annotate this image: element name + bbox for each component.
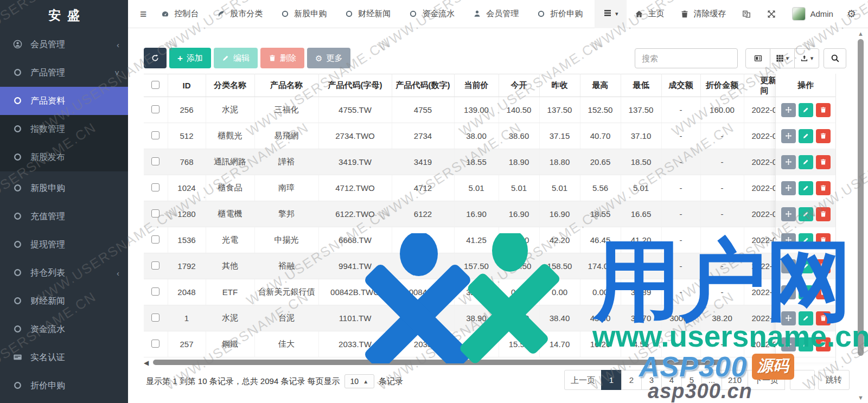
table-row[interactable]: 257鋼鐵佳大2033.TW203315.5015.5014.7016.204.… [144, 331, 793, 357]
move-row-button[interactable] [781, 259, 796, 273]
search-input[interactable] [635, 48, 738, 68]
page-jump-input[interactable] [790, 370, 815, 390]
page-button-210[interactable]: 210 [722, 370, 748, 390]
delete-row-button[interactable] [816, 103, 831, 117]
row-checkbox[interactable] [151, 183, 159, 191]
page-button-...[interactable]: ... [701, 370, 722, 390]
edit-row-button[interactable] [799, 207, 813, 221]
horizontal-scroll-thumb[interactable] [153, 360, 720, 365]
sidebar-item-2[interactable]: 产品管理˅ [0, 59, 128, 87]
delete-row-button[interactable] [816, 259, 831, 273]
nav-item-2[interactable]: 股市分类 [217, 9, 263, 19]
sidebar-item-9[interactable]: 持仓列表‹ [0, 259, 128, 287]
hamburger-menu-icon[interactable]: ≡ [140, 8, 146, 21]
delete-button[interactable]: 删除 [260, 48, 304, 68]
table-row[interactable]: 768通訊網路譁裕3419.TW341918.5518.9018.8020.65… [144, 149, 793, 175]
nav-item-1[interactable]: 控制台 [161, 9, 199, 19]
move-row-button[interactable] [781, 311, 796, 325]
move-row-button[interactable] [781, 337, 796, 351]
columns-button[interactable]: ▾ [770, 48, 795, 68]
delete-row-button[interactable] [816, 311, 831, 325]
page-button-1[interactable]: 1 [601, 370, 622, 390]
scroll-up-arrow[interactable]: ▲ [858, 30, 864, 37]
more-button[interactable]: ⚙ 更多 [307, 48, 350, 68]
settings-gear-icon[interactable]: ⚙ [847, 8, 856, 20]
nav-item-7[interactable]: 折价申购 [537, 9, 583, 19]
sidebar-item-11[interactable]: 资金流水 [0, 315, 128, 343]
row-checkbox[interactable] [151, 209, 159, 218]
edit-row-button[interactable] [799, 181, 813, 195]
delete-row-button[interactable] [816, 285, 831, 299]
row-checkbox[interactable] [151, 340, 159, 348]
user-menu[interactable]: Admin [792, 7, 833, 21]
move-row-button[interactable] [781, 103, 796, 117]
nav-item-5[interactable]: 资金流水 [409, 9, 455, 19]
scroll-left-arrow[interactable]: ◀ [144, 359, 149, 367]
delete-row-button[interactable] [816, 181, 831, 195]
nav-item-3[interactable]: 新股申购 [281, 9, 327, 19]
edit-row-button[interactable] [799, 129, 813, 143]
clear-cache-button[interactable]: 清除缓存 [680, 9, 726, 19]
page-button-上一页[interactable]: 上一页 [564, 370, 602, 390]
search-button[interactable] [824, 48, 846, 68]
page-size-select[interactable]: 10 ▲ [344, 374, 374, 388]
sidebar-item-10[interactable]: 财经新闻 [0, 287, 128, 315]
sidebar-item-1[interactable]: 会员管理‹ [0, 30, 128, 59]
row-checkbox[interactable] [151, 131, 159, 139]
vertical-scroll-thumb[interactable] [858, 39, 864, 356]
sidebar-item-6[interactable]: 新股申购 [0, 174, 128, 202]
edit-row-button[interactable] [799, 233, 813, 247]
refresh-button[interactable] [144, 48, 167, 68]
sidebar-item-3[interactable]: 产品资料 [0, 87, 128, 115]
move-row-button[interactable] [781, 129, 796, 143]
edit-button[interactable]: 编辑 [214, 48, 258, 68]
table-row[interactable]: 2048ETF台新美元銀行債00842B.TWO00842B32.950.000… [144, 279, 793, 305]
detail-view-button[interactable] [745, 48, 770, 68]
nav-item-6[interactable]: 会员管理 [473, 9, 519, 19]
delete-row-button[interactable] [816, 207, 831, 221]
row-checkbox[interactable] [151, 314, 159, 322]
table-row[interactable]: 1536光電中揚光6668.TW666841.2542.4042.2046.45… [144, 227, 793, 253]
page-button-4[interactable]: 4 [661, 370, 682, 390]
table-row[interactable]: 1280櫃電機擎邦6122.TWO612216.9016.9016.9018.5… [144, 201, 793, 227]
sidebar-item-13[interactable]: 折价申购 [0, 372, 128, 400]
sidebar-item-7[interactable]: 充值管理 [0, 202, 128, 231]
table-row[interactable]: 1792其他裕融9941.TW9941157.50153.50158.50174… [144, 253, 793, 279]
page-jump-button[interactable]: 跳转 [818, 370, 850, 390]
delete-row-button[interactable] [816, 129, 831, 143]
table-row[interactable]: 1水泥台泥1101.TW110138.9039.0038.4043.5038.7… [144, 305, 793, 331]
edit-row-button[interactable] [799, 337, 813, 351]
move-row-button[interactable] [781, 181, 796, 195]
row-checkbox[interactable] [151, 235, 159, 244]
home-button[interactable]: 主页 [635, 9, 664, 19]
edit-row-button[interactable] [799, 259, 813, 273]
delete-row-button[interactable] [816, 337, 831, 351]
add-button[interactable]: + 添加 [169, 48, 211, 68]
page-button-2[interactable]: 2 [621, 370, 642, 390]
scroll-down-arrow[interactable]: ▼ [858, 394, 864, 401]
sidebar-item-5[interactable]: 新股发布 [0, 143, 128, 171]
table-row[interactable]: 1024櫃食品南璋4712.TWO47125.015.015.015.565.0… [144, 175, 793, 201]
sidebar-item-12[interactable]: 实名认证 [0, 343, 128, 372]
export-button[interactable]: ▾ [794, 48, 819, 68]
language-button[interactable] [742, 10, 751, 18]
page-button-5[interactable]: 5 [681, 370, 702, 390]
nav-style-toggle-button[interactable]: ▾ [595, 0, 627, 28]
page-button-3[interactable]: 3 [641, 370, 662, 390]
nav-item-4[interactable]: 财经新闻 [345, 9, 391, 19]
delete-row-button[interactable] [816, 233, 831, 247]
move-row-button[interactable] [781, 207, 796, 221]
table-row[interactable]: 256水泥三福化4755.TW4755139.00140.50137.50152… [144, 97, 793, 123]
move-row-button[interactable] [781, 285, 796, 299]
row-checkbox[interactable] [151, 157, 159, 165]
sidebar-item-4[interactable]: 指数管理 [0, 115, 128, 143]
sidebar-item-8[interactable]: 提现管理 [0, 231, 128, 259]
edit-row-button[interactable] [799, 311, 813, 325]
row-checkbox[interactable] [151, 287, 159, 296]
page-button-下一页[interactable]: 下一页 [748, 370, 785, 390]
delete-row-button[interactable] [816, 155, 831, 169]
row-checkbox[interactable] [151, 105, 159, 113]
row-checkbox[interactable] [151, 261, 159, 270]
select-all-checkbox[interactable] [151, 81, 159, 89]
fullscreen-button[interactable] [767, 10, 776, 18]
